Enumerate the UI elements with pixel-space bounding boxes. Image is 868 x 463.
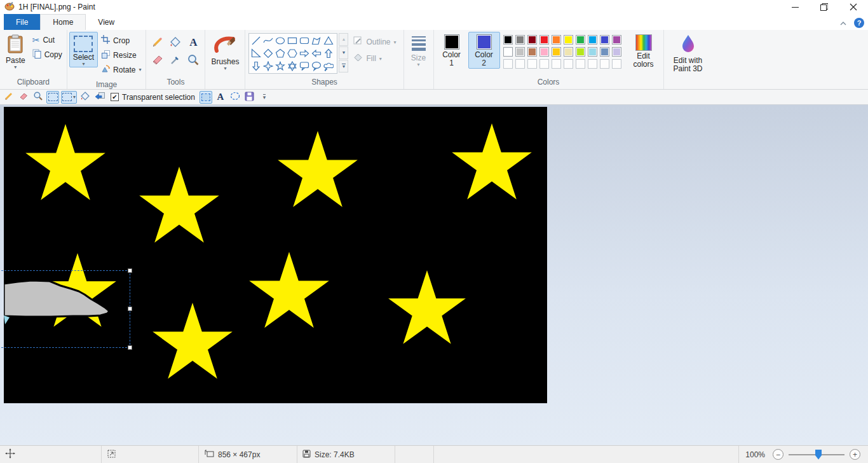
shape-triangle-icon[interactable]: [322, 34, 334, 47]
size-button[interactable]: Size ▾: [406, 32, 431, 68]
qat-eraser-button[interactable]: [17, 91, 30, 104]
shape-arrow-left-icon[interactable]: [310, 47, 322, 60]
palette-color-swatch[interactable]: [588, 47, 597, 57]
paste-button[interactable]: Paste ▾: [2, 32, 29, 71]
resize-button[interactable]: Resize: [100, 49, 142, 61]
selection-handle-bottom-right[interactable]: [128, 345, 132, 350]
qat-select-button[interactable]: [46, 91, 59, 104]
shape-callout-rectangle-icon[interactable]: [298, 60, 310, 73]
palette-color-swatch[interactable]: [503, 47, 513, 57]
palette-color-swatch[interactable]: [539, 47, 549, 57]
tab-home[interactable]: Home: [40, 14, 86, 30]
palette-color-swatch[interactable]: [515, 35, 525, 45]
pencil-tool-button[interactable]: [149, 34, 166, 51]
text-tool-button[interactable]: A: [185, 34, 201, 51]
palette-empty-slot[interactable]: [588, 59, 597, 69]
palette-color-swatch[interactable]: [612, 47, 621, 57]
shape-callout-cloud-icon[interactable]: [322, 60, 334, 73]
palette-color-swatch[interactable]: [576, 35, 585, 45]
selection-handle-right-middle[interactable]: [128, 307, 132, 311]
shapes-scroll-down-icon[interactable]: ▼: [339, 46, 348, 59]
paint-canvas[interactable]: [4, 107, 547, 403]
palette-color-swatch[interactable]: [576, 47, 585, 57]
palette-color-swatch[interactable]: [527, 35, 537, 45]
shape-star-6-icon[interactable]: [286, 60, 298, 73]
color-picker-tool-button[interactable]: [167, 52, 184, 69]
shape-rectangle-icon[interactable]: [286, 34, 298, 47]
color2-button[interactable]: Color 2: [468, 32, 500, 69]
palette-empty-slot[interactable]: [552, 59, 561, 69]
shape-star-5-icon[interactable]: [274, 60, 286, 73]
palette-empty-slot[interactable]: [600, 59, 609, 69]
paint3d-button[interactable]: Edit with Paint 3D: [666, 32, 710, 74]
palette-empty-slot[interactable]: [503, 59, 513, 69]
close-button[interactable]: [839, 0, 868, 14]
shape-curve-icon[interactable]: [262, 34, 274, 47]
selection-rectangle[interactable]: [0, 270, 130, 348]
qat-paste-from-button[interactable]: [93, 91, 107, 104]
qat-magnifier-button[interactable]: [32, 91, 44, 104]
palette-empty-slot[interactable]: [564, 59, 573, 69]
palette-empty-slot[interactable]: [612, 59, 621, 69]
shape-line-icon[interactable]: [250, 34, 262, 47]
palette-color-swatch[interactable]: [564, 47, 573, 57]
shape-star-4-icon[interactable]: [262, 60, 274, 73]
qat-text-button[interactable]: A: [214, 91, 227, 104]
selection-handle-top-right[interactable]: [128, 268, 132, 273]
shape-arrow-down-icon[interactable]: [250, 60, 262, 73]
zoom-slider[interactable]: [789, 450, 844, 460]
edit-colors-button[interactable]: Edit colors: [626, 32, 661, 70]
shape-hexagon-icon[interactable]: [286, 47, 298, 60]
help-icon[interactable]: ?: [854, 18, 864, 28]
shape-rounded-rectangle-icon[interactable]: [298, 34, 310, 47]
copy-button[interactable]: Copy: [31, 48, 64, 61]
fill-button[interactable]: Fill ▾: [352, 52, 397, 65]
palette-empty-slot[interactable]: [515, 59, 525, 69]
qat-select-dropdown-button[interactable]: ▾: [61, 91, 77, 104]
palette-color-swatch[interactable]: [612, 35, 621, 45]
shapes-scroll-up-icon[interactable]: ▲: [339, 33, 348, 46]
rotate-button[interactable]: Rotate ▾: [100, 64, 142, 76]
qat-select-all-button[interactable]: [200, 91, 212, 104]
palette-color-swatch[interactable]: [600, 47, 609, 57]
qat-customize-button[interactable]: ▾: [258, 91, 271, 104]
crop-button[interactable]: Crop: [100, 34, 142, 46]
restore-button[interactable]: [810, 0, 839, 14]
select-button[interactable]: Select ▾: [69, 32, 98, 67]
shape-ellipse-icon[interactable]: [274, 34, 286, 47]
brushes-button[interactable]: Brushes ▾: [207, 32, 243, 72]
qat-fill-button[interactable]: [79, 91, 92, 104]
color1-button[interactable]: Color 1: [436, 32, 468, 69]
palette-color-swatch[interactable]: [552, 35, 561, 45]
palette-color-swatch[interactable]: [552, 47, 561, 57]
palette-color-swatch[interactable]: [588, 35, 597, 45]
qat-save-button[interactable]: [243, 91, 256, 104]
shape-polygon-icon[interactable]: [310, 34, 322, 47]
tab-view[interactable]: View: [86, 14, 126, 30]
fill-tool-button[interactable]: [167, 34, 184, 51]
zoom-slider-thumb[interactable]: [815, 450, 822, 460]
palette-color-swatch[interactable]: [600, 35, 609, 45]
qat-pencil-button[interactable]: [3, 91, 15, 104]
palette-empty-slot[interactable]: [527, 59, 537, 69]
palette-color-swatch[interactable]: [527, 47, 537, 57]
palette-empty-slot[interactable]: [576, 59, 585, 69]
shape-arrow-up-icon[interactable]: [322, 47, 334, 60]
cut-button[interactable]: ✂ Cut: [31, 34, 64, 46]
tab-file[interactable]: File: [4, 14, 40, 30]
shape-right-triangle-icon[interactable]: [250, 47, 262, 60]
palette-empty-slot[interactable]: [539, 59, 549, 69]
palette-color-swatch[interactable]: [515, 47, 525, 57]
palette-color-swatch[interactable]: [503, 35, 513, 45]
zoom-in-icon[interactable]: +: [850, 449, 860, 460]
shape-callout-oval-icon[interactable]: [310, 60, 322, 73]
palette-color-swatch[interactable]: [539, 35, 549, 45]
palette-color-swatch[interactable]: [564, 35, 573, 45]
zoom-out-icon[interactable]: −: [773, 449, 783, 460]
collapse-ribbon-icon[interactable]: [840, 18, 846, 27]
qat-freeform-select-button[interactable]: [229, 91, 241, 104]
shapes-more-icon[interactable]: ▼: [339, 60, 348, 73]
eraser-tool-button[interactable]: [149, 52, 166, 69]
minimize-button[interactable]: [780, 0, 810, 14]
magnifier-tool-button[interactable]: [185, 52, 201, 69]
